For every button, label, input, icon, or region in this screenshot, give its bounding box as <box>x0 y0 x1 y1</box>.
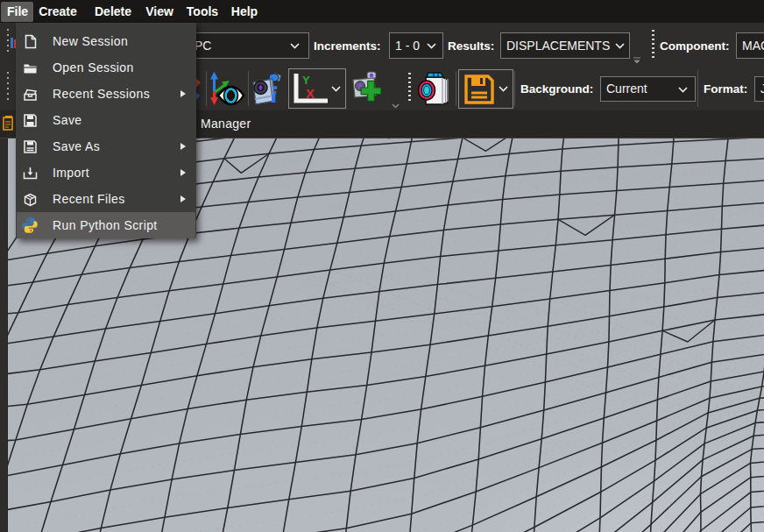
svg-text:Y: Y <box>302 74 310 87</box>
svg-text:X: X <box>306 86 315 101</box>
svg-text:i: i <box>271 82 278 107</box>
